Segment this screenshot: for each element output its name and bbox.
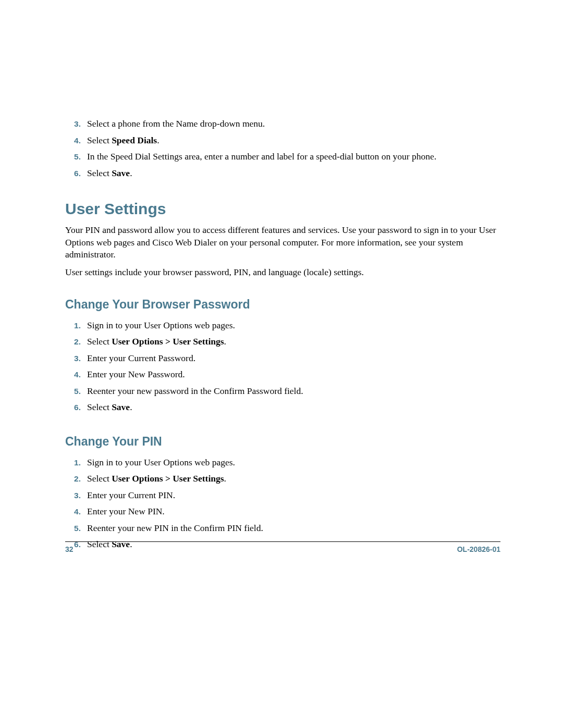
list-item: 5.In the Speed Dial Settings area, enter… [65, 150, 500, 163]
bold-text: Speed Dials [112, 135, 157, 145]
list-text: Enter your Current Password. [87, 352, 500, 365]
list-item: 3.Enter your Current PIN. [65, 489, 500, 502]
list-text: Enter your New Password. [87, 368, 500, 381]
list-number: 3. [65, 353, 81, 364]
list-number: 4. [65, 135, 81, 146]
change-your-pin-heading: Change Your PIN [65, 435, 500, 449]
change-your-pin-steps: 1.Sign in to your User Options web pages… [65, 456, 500, 551]
list-item: 1.Sign in to your User Options web pages… [65, 456, 500, 469]
list-item: 3.Enter your Current Password. [65, 352, 500, 365]
list-number: 2. [65, 473, 81, 485]
initial-step-list: 3.Select a phone from the Name drop-down… [65, 117, 500, 179]
list-text: Sign in to your User Options web pages. [87, 456, 500, 469]
list-text: Select Save. [87, 167, 500, 180]
change-browser-password-heading: Change Your Browser Password [65, 298, 500, 312]
page-footer: 32 OL-20826-01 [65, 541, 500, 553]
user-settings-heading: User Settings [65, 200, 500, 218]
list-number: 5. [65, 386, 81, 397]
list-text: Reenter your new PIN in the Confirm PIN … [87, 522, 500, 535]
list-text: In the Speed Dial Settings area, enter a… [87, 150, 500, 163]
list-number: 4. [65, 369, 81, 380]
list-item: 1.Sign in to your User Options web pages… [65, 319, 500, 332]
bold-text: User Options > User Settings [112, 336, 224, 347]
list-item: 4.Enter your New PIN. [65, 505, 500, 518]
list-text: Enter your New PIN. [87, 505, 500, 518]
bold-text: Save [112, 168, 130, 178]
list-item: 2.Select User Options > User Settings. [65, 472, 500, 485]
list-item: 5.Reenter your new password in the Confi… [65, 385, 500, 398]
list-item: 5.Reenter your new PIN in the Confirm PI… [65, 522, 500, 535]
change-browser-password-steps: 1.Sign in to your User Options web pages… [65, 319, 500, 414]
user-settings-para1: Your PIN and password allow you to acces… [65, 224, 500, 261]
list-number: 1. [65, 457, 81, 468]
list-item: 4.Select Speed Dials. [65, 134, 500, 147]
list-number: 5. [65, 151, 81, 163]
list-number: 2. [65, 336, 81, 348]
list-number: 6. [65, 402, 81, 413]
list-text: Enter your Current PIN. [87, 489, 500, 502]
list-item: 6.Select Save. [65, 401, 500, 414]
list-number: 6. [65, 168, 81, 179]
list-text: Select a phone from the Name drop-down m… [87, 117, 500, 130]
list-text: Select User Options > User Settings. [87, 472, 500, 485]
list-text: Select Speed Dials. [87, 134, 500, 147]
list-text: Reenter your new password in the Confirm… [87, 385, 500, 398]
list-number: 1. [65, 320, 81, 331]
list-item: 4.Enter your New Password. [65, 368, 500, 381]
page-number: 32 [65, 545, 74, 553]
list-text: Sign in to your User Options web pages. [87, 319, 500, 332]
user-settings-para2: User settings include your browser passw… [65, 266, 500, 279]
document-page: 3.Select a phone from the Name drop-down… [0, 0, 563, 603]
list-number: 4. [65, 506, 81, 517]
document-id: OL-20826-01 [457, 545, 500, 553]
list-text: Select Save. [87, 401, 500, 414]
list-number: 3. [65, 490, 81, 501]
list-number: 3. [65, 118, 81, 130]
list-number: 5. [65, 523, 81, 534]
list-text: Select User Options > User Settings. [87, 335, 500, 348]
bold-text: User Options > User Settings [112, 473, 224, 484]
list-item: 2.Select User Options > User Settings. [65, 335, 500, 348]
bold-text: Save [112, 402, 130, 412]
list-item: 6.Select Save. [65, 167, 500, 180]
list-item: 3.Select a phone from the Name drop-down… [65, 117, 500, 130]
